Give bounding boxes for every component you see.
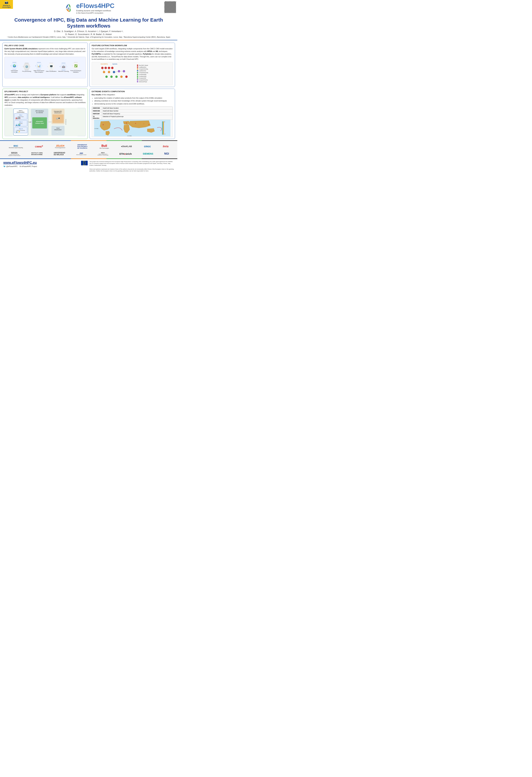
- footer-url[interactable]: www.eFlows4HPC.eu: [3, 161, 37, 164]
- svg-point-11: [118, 70, 120, 73]
- svg-point-86: [148, 124, 149, 125]
- brand-name: eFlows4HPC: [76, 2, 114, 9]
- svg-text:Lat (deg): Lat (deg): [95, 128, 98, 129]
- arch-diagram: User's Communities Pillar I Digital Twin…: [4, 108, 86, 136]
- partner-eth: ETHzürich: [119, 152, 132, 155]
- desc-1: Heat/Cold Wave Duration: [102, 107, 173, 109]
- bullet-2: allowing scientists to increase their kn…: [94, 100, 173, 102]
- main-title: Convergence of HPC, Big Data and Machine…: [7, 17, 171, 29]
- svg-text:User's: User's: [19, 110, 22, 111]
- workflow-diagram: PyCOMPSs Ophidia: [92, 62, 173, 85]
- svg-point-6: [108, 67, 110, 69]
- partner-sissa: SISSA Scuola InternazionaleSuperiore di …: [8, 151, 20, 156]
- brand-logo: [63, 2, 75, 14]
- svg-text:ComputeHWF: ComputeHWF: [139, 78, 146, 79]
- hex-preprocess-shape: ⚙️: [23, 63, 30, 70]
- hex-preprocess: ⚙️ Pre-processing: [21, 63, 32, 72]
- svg-text:🏢🖥️: 🏢🖥️: [56, 118, 60, 120]
- extreme-diagram: HWD/CWD Heat/Cold Wave Duration HWN/CWN …: [92, 106, 173, 137]
- partners-row-1: BSC Barcelona Supercomputing CIMNE9 JÜLI…: [3, 143, 174, 149]
- partner-upv: UNIVERSITATPOLITÈCNICADE VALÈNCIA: [77, 144, 88, 149]
- svg-point-17: [125, 76, 128, 78]
- extreme-body: Key results of this integration: automat…: [92, 94, 173, 105]
- svg-text:Software Stack: Software Stack: [35, 122, 44, 124]
- svg-point-14: [110, 76, 113, 78]
- arch-svg: User's Communities Pillar I Digital Twin…: [6, 108, 84, 136]
- footer-social: 🐦 @eFlows4HPC in eFlows4HPC Project: [3, 165, 37, 168]
- svg-text:RunCMCC Model: RunCMCC Model: [139, 65, 148, 66]
- svg-text:ComputeAnomaly: ComputeAnomaly: [139, 72, 148, 73]
- hex-viz: 🖥️ Data Visualisation: [46, 63, 57, 72]
- brand-text: eFlows4HPC Enabling dynamic and Intellig…: [76, 2, 114, 14]
- footer-color-bar: [0, 140, 177, 141]
- hex-hpda: 📊 High Performance Data Analytics: [33, 62, 45, 73]
- desc-4: Detection of Tropical cyclone eye: [102, 115, 173, 120]
- hex-ml-shape: 🤖: [60, 63, 67, 70]
- partner-awi: AWI Alfred-Wegener-Institut: [76, 152, 87, 155]
- partner-ngi: NGI: [164, 152, 169, 155]
- hex-post-shape: ✅: [72, 62, 80, 70]
- partners-row-2: SISSA Scuola InternazionaleSuperiore di …: [3, 151, 174, 157]
- svg-point-38: [137, 72, 138, 73]
- svg-point-39: [137, 74, 138, 75]
- svg-point-43: [137, 81, 138, 82]
- pillar-body: Earth System Models (ESM) simulations re…: [4, 47, 86, 55]
- svg-text:PyCOMPSs: PyCOMPSs: [101, 63, 108, 65]
- affiliations: ¹ Centro Euro-Mediterraneo sui Cambiamen…: [7, 36, 171, 38]
- content-grid: PILLAR II USE CASE Earth System Models (…: [0, 41, 177, 140]
- svg-text:☁️: ☁️: [56, 131, 58, 134]
- svg-text:Infrastructure: Infrastructure: [54, 129, 62, 130]
- svg-text:ComputeHWD: ComputeHWD: [139, 74, 146, 75]
- footer-eu: ★★★ ★★★ This project has received fundin…: [81, 161, 174, 172]
- extreme-table: HWD/CWD Heat/Cold Wave Duration HWN/CWN …: [92, 107, 173, 120]
- svg-point-83: [135, 123, 136, 124]
- svg-text:LoadNewYear: LoadNewYear: [139, 70, 146, 72]
- partner-julich: JÜLICH Forschungszentrum: [55, 144, 65, 148]
- abbr-3: HWF/CWF: [92, 112, 102, 115]
- svg-point-10: [113, 71, 115, 73]
- camera-icon: 📷: [0, 1, 13, 4]
- svg-point-15: [115, 76, 118, 78]
- svg-text:Infrastructure: Infrastructure: [54, 112, 62, 113]
- extreme-panel: EXTREME EVENTS COMPUTATION Key results o…: [90, 89, 175, 139]
- svg-text:Pillar II: Pillar II: [19, 121, 23, 122]
- svg-point-80: [103, 124, 104, 125]
- svg-point-35: [137, 67, 138, 68]
- svg-text:Federated HPC: Federated HPC: [54, 111, 62, 112]
- svg-point-42: [137, 79, 138, 81]
- eflows-body: eFlows4HPC aims to design and implement …: [4, 94, 86, 107]
- svg-point-12: [123, 70, 125, 73]
- svg-point-34: [137, 65, 138, 66]
- svg-text:Pillar I: Pillar I: [19, 114, 22, 116]
- table-row: HWN/CWN Heat/Cold Wave Number: [92, 109, 173, 112]
- logo-area: eFlows4HPC Enabling dynamic and Intellig…: [63, 2, 114, 14]
- partner-siemens: SIEMENS: [143, 152, 153, 155]
- svg-text:🏭🤖: 🏭🤖: [15, 117, 21, 119]
- feature-panel: FEATURE EXTRACTION WORKFLOW Our work tar…: [90, 43, 175, 87]
- partner-dtok: ●DtoKLAB: [121, 145, 132, 147]
- svg-rect-89: [162, 121, 164, 135]
- desc-2: Heat/Cold Wave Number: [102, 109, 173, 112]
- svg-text:Pillar III: Pillar III: [19, 128, 23, 129]
- svg-rect-1: [99, 62, 166, 85]
- svg-text:Lon (deg): Lon (deg): [127, 135, 132, 136]
- svg-text:📡⚡: 📡⚡: [15, 130, 21, 133]
- table-row: HWD/CWD Heat/Cold Wave Duration: [92, 107, 173, 109]
- svg-text:🌊🌍: 🌊🌍: [15, 123, 21, 126]
- hex-viz-shape: 🖥️: [48, 63, 55, 70]
- pillar-diagram: 🌍 ESM Model Simulation ⚙️ Pre-processing…: [4, 57, 86, 78]
- svg-text:30: 30: [164, 121, 165, 122]
- partner-ingv: INGV Istituto Nazionale diGeofisica e Vu…: [97, 152, 108, 155]
- svg-point-82: [126, 122, 127, 123]
- svg-point-41: [137, 77, 138, 79]
- workflow-svg: PyCOMPSs Ophidia: [92, 62, 173, 85]
- world-map: Lat (deg) Lon (deg) 30 -10: [92, 120, 173, 136]
- eflows-panel: EFLOWS4HPC PROJECT eFlows4HPC aims to de…: [2, 89, 88, 139]
- hex-hpda-shape: 📊: [35, 62, 43, 70]
- svg-point-9: [108, 71, 110, 73]
- eu-text: This project has received funding from t…: [89, 161, 174, 172]
- partner-bull: Bull Atos Technologies: [99, 144, 109, 149]
- svg-point-81: [105, 123, 106, 124]
- svg-point-16: [120, 76, 123, 78]
- svg-point-37: [137, 70, 138, 72]
